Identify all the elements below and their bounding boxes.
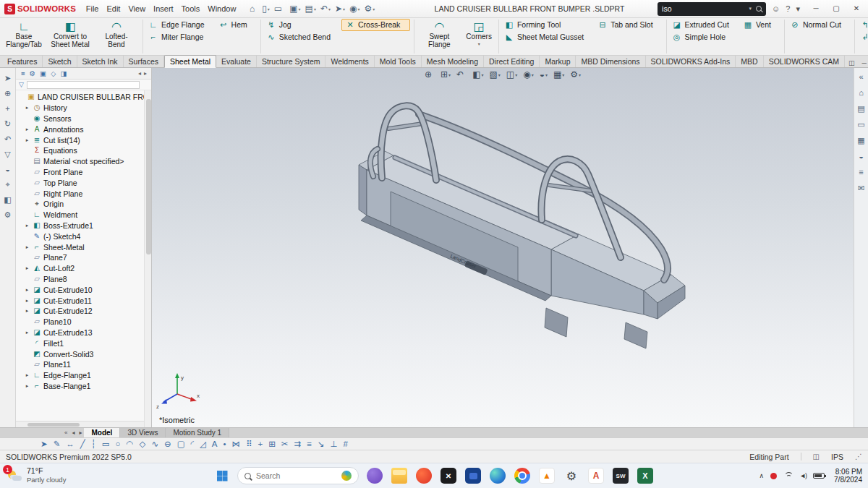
clock[interactable]: 8:06 PM 7/8/2024 <box>831 468 862 484</box>
slot-icon[interactable]: ▢ <box>174 440 188 448</box>
ribbon-button[interactable]: ↩Hem▾ <box>216 19 257 31</box>
ribbon-button[interactable]: ∟Edge Flange▾ <box>145 19 214 31</box>
dimxpert-tab-icon[interactable]: ◇ <box>48 69 58 78</box>
polygon-icon[interactable]: ◇ <box>137 440 149 448</box>
zoom-area-icon[interactable]: ⊞▾ <box>441 69 451 80</box>
centerline-icon[interactable]: ┆ <box>88 440 99 448</box>
filter-icon[interactable]: ▽ <box>4 150 10 158</box>
command-search-input[interactable] <box>662 4 744 13</box>
ribbon-button[interactable]: ✕Cross-Break▾ <box>341 19 410 31</box>
ribbon-button[interactable]: ∿Sketched Bend▾ <box>263 31 340 43</box>
ribbon-button[interactable]: ↯Jog▾ <box>263 19 340 31</box>
section-icon[interactable]: ◧ <box>4 195 11 204</box>
command-search[interactable]: ▼ <box>658 2 766 16</box>
ribbon-button[interactable]: ⊟Tab and Slot▾ <box>595 19 662 31</box>
display-relations-icon[interactable]: ⊥ <box>328 440 341 448</box>
menu-item[interactable]: Insert <box>150 2 178 15</box>
arc-icon[interactable]: ◠ <box>123 440 136 448</box>
quick-snaps-icon[interactable]: # <box>341 440 351 448</box>
ribbon-button[interactable]: ↲Fold▾ <box>857 31 868 43</box>
menu-item[interactable]: File <box>82 2 103 15</box>
expand-arrow-icon[interactable]: ▸ <box>24 330 30 335</box>
propertymanager-tab-icon[interactable]: ⚙ <box>27 69 38 78</box>
menu-item[interactable]: Window <box>204 2 240 15</box>
file-explorer-icon[interactable]: ▭ <box>857 120 864 129</box>
ribbon-button[interactable]: ◎Simple Hole▾ <box>669 31 739 43</box>
commandmanager-tab[interactable]: Weldments <box>326 56 374 67</box>
undo-icon[interactable]: ↶▾ <box>318 2 333 15</box>
view-settings-icon[interactable]: ⚙▾ <box>570 69 581 80</box>
home-icon[interactable]: ⌂▾ <box>247 2 260 15</box>
ribbon-button[interactable]: ↰Unfold▾ <box>857 19 868 31</box>
point-icon[interactable]: • <box>221 440 229 448</box>
expand-arrow-icon[interactable]: ▸ <box>24 137 30 143</box>
expand-arrow-icon[interactable]: ▸ <box>24 223 30 228</box>
commandmanager-tab[interactable]: SOLIDWORKS Add-Ins <box>646 56 736 67</box>
text-icon[interactable]: A <box>209 440 221 448</box>
commandmanager-tab[interactable]: MBD <box>736 56 763 67</box>
linear-pattern-icon[interactable]: ⠿ <box>243 440 255 448</box>
select-icon[interactable]: ➤ <box>38 440 51 448</box>
menu-item[interactable]: Edit <box>103 2 124 15</box>
circle-icon[interactable]: ○ <box>113 440 124 448</box>
tree-item[interactable]: ▸◪Cut-Extrude12 <box>17 306 144 317</box>
volume-icon[interactable]: ◄) <box>799 472 807 479</box>
previous-view-icon[interactable]: ↶ <box>4 134 11 143</box>
start-button[interactable] <box>215 468 229 483</box>
trim-icon[interactable]: ✂ <box>278 440 292 448</box>
tree-item[interactable]: ▸▱Top Plane <box>17 177 144 188</box>
excel-icon[interactable] <box>637 468 653 484</box>
convert-entities-icon[interactable]: ↘ <box>315 440 328 448</box>
model-tab[interactable]: Motion Study 1 <box>166 428 229 437</box>
previous-view-icon[interactable]: ↶▾ <box>456 69 467 80</box>
move-icon[interactable]: + <box>255 440 266 448</box>
options-icon[interactable]: ⚙▾ <box>362 2 378 15</box>
tree-item[interactable]: ▸▱Plane7 <box>17 252 144 263</box>
commandmanager-tab[interactable]: Surfaces <box>124 56 164 67</box>
expand-arrow-icon[interactable]: ▸ <box>24 244 30 250</box>
displaymanager-tab-icon[interactable]: ◨ <box>58 69 69 78</box>
ribbon-button[interactable]: ◲Corners▾ <box>463 19 495 54</box>
tree-item[interactable]: ▸◭Cut-Loft2 <box>17 263 144 274</box>
commandmanager-tab[interactable]: Direct Editing <box>484 56 540 67</box>
select-icon[interactable]: ➤ <box>4 74 11 82</box>
fillet-icon[interactable]: ◜ <box>188 440 197 448</box>
tree-item[interactable]: ▸◷History <box>17 103 144 114</box>
chevron-down-icon[interactable]: ▼ <box>748 7 752 11</box>
model-canvas[interactable]: LandCruiser <box>152 68 854 427</box>
tree-item[interactable]: ▸▣LAND CRUISER BULLBAR FRONT BUMPER <box>17 92 144 103</box>
tree-item[interactable]: ▸◪Cut-Extrude10 <box>17 284 144 295</box>
panel-icon[interactable]: ◫ <box>813 453 820 461</box>
purple-app-icon[interactable] <box>367 468 383 484</box>
graphics-viewport[interactable]: ⊕▾⊞▾↶▾◧▾▧▾◫▾◉▾◒▾▦▾⚙▾ <box>152 68 854 427</box>
commandmanager-tab[interactable]: Sheet Metal <box>164 55 216 68</box>
custom-properties-icon[interactable]: ≡ <box>859 168 863 176</box>
section-view-icon[interactable]: ◧▾ <box>472 69 483 80</box>
tree-item[interactable]: ▸◪Cut-Extrude11 <box>17 295 144 306</box>
tray-overflow-icon[interactable]: ∧ <box>760 472 765 479</box>
file-explorer-icon[interactable] <box>391 468 407 484</box>
configurationmanager-tab-icon[interactable]: ▣ <box>38 69 48 78</box>
measure-icon[interactable]: ⌖ <box>5 180 9 189</box>
maximize-icon[interactable]: ▢ <box>826 0 846 17</box>
expand-arrow-icon[interactable]: ▸ <box>24 127 30 132</box>
taskbar-search-input[interactable] <box>256 471 336 480</box>
pan-icon[interactable]: + <box>5 104 9 113</box>
appearances-icon[interactable]: ◒ <box>859 152 864 160</box>
tree-item[interactable]: ▸AAnnotations <box>17 124 144 134</box>
menu-item[interactable]: Tools <box>177 2 204 15</box>
expand-arrow-icon[interactable]: ▸ <box>24 105 30 111</box>
tree-item[interactable]: ▸⌐Sheet-Metal <box>17 241 144 252</box>
design-library-icon[interactable]: ▤ <box>857 104 864 113</box>
display-style-icon[interactable]: ◫▾ <box>506 69 517 80</box>
commandmanager-tab[interactable]: Mesh Modeling <box>422 56 484 67</box>
tree-item[interactable]: ▸⌐Base-Flange1 <box>17 381 144 392</box>
chevron-down-icon[interactable]: ▾ <box>793 4 803 13</box>
battery-icon[interactable] <box>813 473 825 479</box>
save-icon[interactable]: ▣▾ <box>287 2 302 15</box>
commandmanager-tab[interactable]: Mold Tools <box>375 56 422 67</box>
expand-arrow-icon[interactable]: ▸ <box>24 287 30 293</box>
blue-app-icon[interactable] <box>465 468 481 484</box>
nav-left-icon[interactable]: ◂ <box>137 69 142 78</box>
expand-arrow-icon[interactable]: ▸ <box>24 308 30 314</box>
